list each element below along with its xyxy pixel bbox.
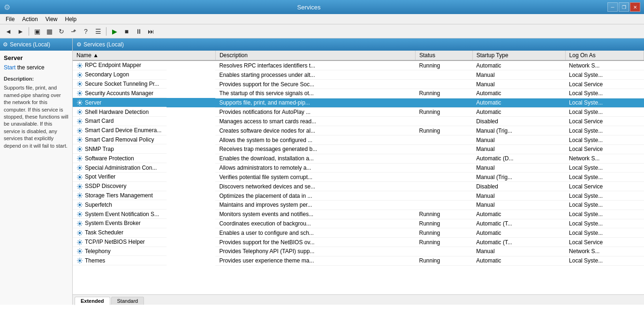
service-logon-cell: Local Syste... (565, 98, 644, 107)
service-desc-cell: Provides support for the Secure Soc... (215, 80, 415, 89)
selected-service-title: Server (4, 54, 68, 61)
table-row[interactable]: Storage Tiers ManagementOptimizes the pl… (73, 191, 644, 201)
table-row[interactable]: TCP/IP NetBIOS HelperProvides support fo… (73, 238, 644, 247)
services-tbody: RPC Endpoint MapperResolves RPC interfac… (73, 60, 644, 265)
service-name-label: Superfetch (85, 202, 112, 208)
service-desc-cell: The startup of this service signals ot..… (215, 89, 415, 98)
stop-service-button[interactable]: ■ (121, 26, 132, 37)
help-button[interactable]: ? (80, 26, 91, 37)
table-row[interactable]: Secure Socket Tunneling Pr...Provides su… (73, 80, 644, 89)
table-row[interactable]: SNMP TrapReceives trap messages generate… (73, 144, 644, 154)
service-status-cell (416, 144, 473, 154)
right-panel-title: Services (Local) (83, 41, 124, 48)
service-logon-cell: Local Service (565, 182, 644, 191)
table-row[interactable]: Smart Card Device Enumera...Creates soft… (73, 126, 644, 135)
svg-point-4 (79, 102, 81, 104)
service-description-text: Supports file, print, and named-pipe sha… (4, 84, 68, 150)
service-icon (76, 239, 85, 246)
table-row[interactable]: TelephonyProvides Telephony API (TAPI) s… (73, 247, 644, 256)
table-row[interactable]: Software ProtectionEnables the download,… (73, 154, 644, 163)
service-logon-cell: Local Syste... (565, 135, 644, 145)
service-name-label: System Event Notification S... (85, 211, 159, 218)
service-desc-cell: Creates software device nodes for al... (215, 126, 415, 135)
service-startup-cell: Manual (472, 191, 565, 201)
service-icon (76, 118, 85, 125)
properties-button[interactable]: ☰ (92, 26, 104, 37)
table-row[interactable]: System Events BrokerCoordinates executio… (73, 219, 644, 228)
export-button[interactable]: ⬏ (68, 26, 79, 37)
table-row[interactable]: Secondary LogonEnables starting processe… (73, 70, 644, 80)
table-row[interactable]: ServerSupports file, print, and named-pi… (73, 98, 644, 107)
menu-file[interactable]: File (2, 15, 18, 23)
service-desc-cell: Supports file, print, and named-pip... (215, 98, 415, 107)
col-status[interactable]: Status (416, 51, 473, 60)
back-button[interactable]: ◄ (3, 26, 14, 37)
service-startup-cell: Automatic (472, 228, 565, 238)
service-status-cell (416, 117, 473, 126)
service-icon (76, 229, 85, 236)
service-status-cell (416, 98, 473, 107)
service-icon (76, 210, 85, 218)
service-desc-cell: Enables a user to configure and sch... (215, 228, 415, 238)
service-startup-cell: Manual (472, 163, 565, 172)
table-row[interactable]: Special Administration Con...Allows admi… (73, 163, 644, 172)
col-log-on-as[interactable]: Log On As (565, 51, 644, 60)
close-button[interactable]: ✕ (630, 2, 640, 12)
table-row[interactable]: RPC Endpoint MapperResolves RPC interfac… (73, 60, 644, 70)
svg-point-3 (79, 92, 81, 95)
svg-point-10 (79, 158, 81, 160)
forward-button[interactable]: ► (15, 26, 26, 37)
service-logon-cell: Local Service (565, 144, 644, 154)
table-row[interactable]: SSDP DiscoveryDiscovers networked device… (73, 182, 644, 191)
service-icon (76, 90, 85, 97)
start-service-button[interactable]: ▶ (109, 26, 120, 37)
table-row[interactable]: Smart Card Removal PolicyAllows the syst… (73, 135, 644, 145)
service-icon (76, 155, 85, 162)
right-panel: ⚙ Services (Local) Name ▲ Description St… (73, 38, 644, 305)
service-name-label: SSDP Discovery (85, 183, 126, 189)
table-row[interactable]: Smart CardManages access to smart cards … (73, 117, 644, 126)
mmc-console-button[interactable]: ▦ (44, 26, 55, 37)
restore-button[interactable]: ❐ (619, 2, 629, 12)
services-scroll-area[interactable]: Name ▲ Description Status Startup Type L… (73, 51, 644, 294)
show-hide-button[interactable]: ▣ (31, 26, 43, 37)
service-icon (76, 183, 85, 190)
service-startup-cell: Disabled (472, 182, 565, 191)
service-name-label: Security Accounts Manager (85, 90, 153, 97)
service-name-label: Themes (85, 257, 105, 264)
resume-service-button[interactable]: ⏭ (145, 26, 157, 37)
col-startup-type[interactable]: Startup Type (472, 51, 565, 60)
table-row[interactable]: Security Accounts ManagerThe startup of … (73, 89, 644, 98)
tab-standard[interactable]: Standard (111, 297, 144, 305)
service-logon-cell: Local Service (565, 238, 644, 247)
table-row[interactable]: Shell Hardware DetectionProvides notific… (73, 107, 644, 117)
table-row[interactable]: ThemesProvides user experience theme ma.… (73, 256, 644, 265)
service-logon-cell: Local Syste... (565, 191, 644, 201)
col-description[interactable]: Description (215, 51, 415, 60)
table-row[interactable]: System Event Notification S...Monitors s… (73, 210, 644, 219)
service-logon-cell: Local Syste... (565, 89, 644, 98)
menu-help[interactable]: Help (61, 15, 81, 23)
menu-action[interactable]: Action (18, 15, 41, 23)
service-icon (76, 192, 85, 199)
svg-point-0 (79, 64, 81, 67)
service-status-cell (416, 247, 473, 256)
tab-extended[interactable]: Extended (75, 297, 110, 305)
service-name-label: Smart Card (85, 118, 114, 124)
service-startup-cell: Manual (472, 80, 565, 89)
service-startup-cell: Manual (472, 135, 565, 145)
table-row[interactable]: Task SchedulerEnables a user to configur… (73, 228, 644, 238)
start-service-link[interactable]: Start (4, 64, 15, 71)
table-row[interactable]: SuperfetchMaintains and improves system … (73, 200, 644, 210)
menu-view[interactable]: View (42, 15, 61, 23)
table-row[interactable]: Spot VerifierVerifies potential file sys… (73, 172, 644, 182)
service-logon-cell: Local Syste... (565, 107, 644, 117)
refresh-button[interactable]: ↻ (56, 26, 67, 37)
bottom-tabs: Extended Standard (73, 294, 644, 305)
pause-service-button[interactable]: ⏸ (133, 26, 144, 37)
col-name[interactable]: Name ▲ (73, 51, 215, 60)
service-desc-cell: Monitors system events and notifies... (215, 210, 415, 219)
svg-point-8 (79, 139, 81, 141)
svg-point-9 (79, 148, 81, 150)
minimize-button[interactable]: ─ (607, 2, 618, 12)
